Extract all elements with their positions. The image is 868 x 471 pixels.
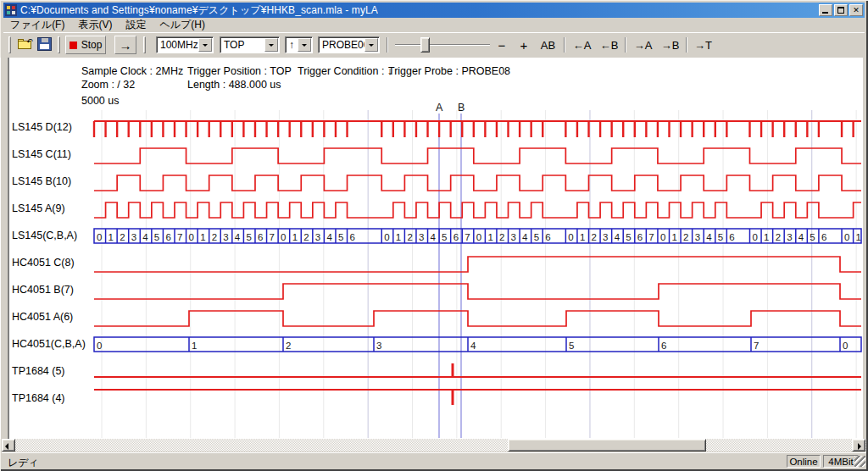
- bus-value: 0: [568, 232, 573, 242]
- bus-value: 3: [376, 341, 381, 351]
- bus-value: 1: [292, 232, 298, 242]
- bus-value: 0: [660, 232, 665, 242]
- digital-wave: [94, 311, 861, 326]
- menu-view[interactable]: 表示(V): [71, 17, 119, 33]
- bus-value: 1: [580, 232, 585, 242]
- zoom-slider[interactable]: [395, 36, 490, 54]
- bus-value: 6: [661, 341, 666, 351]
- digital-wave: [94, 284, 861, 299]
- scrollbar-thumb[interactable]: [508, 439, 706, 452]
- channel-label: LS145 D(12): [12, 121, 72, 133]
- bus-value: 4: [522, 232, 528, 242]
- status-online-panel: Online: [787, 455, 821, 468]
- horizontal-scrollbar[interactable]: [2, 439, 866, 452]
- trigger-position-combo[interactable]: TOP: [220, 36, 280, 53]
- menu-settings[interactable]: 設定: [119, 17, 153, 33]
- bus-value: 4: [470, 341, 476, 351]
- bus-value: 5: [442, 232, 447, 242]
- bus-value: 1: [672, 232, 677, 242]
- chevron-down-icon[interactable]: [264, 38, 278, 52]
- channel-label: LS145 A(9): [12, 202, 65, 214]
- zoom-ab-button[interactable]: AB: [537, 36, 559, 54]
- bus-value: 4: [431, 232, 437, 242]
- bus-value: 7: [270, 232, 275, 242]
- toolbar-separator: [387, 37, 388, 53]
- app-icon[interactable]: [5, 4, 17, 16]
- run-button[interactable]: →: [114, 36, 136, 54]
- open-file-icon[interactable]: ↶: [16, 37, 35, 53]
- channel-label: HC4051 A(6): [12, 311, 73, 323]
- window-title: C:¥Documents and Settings¥noname¥デスクトップ¥…: [20, 3, 378, 18]
- digital-wave: [94, 257, 861, 272]
- menu-file[interactable]: ファイル(F): [3, 17, 71, 33]
- digital-wave: [94, 148, 861, 163]
- zoom-out-button[interactable]: −: [493, 36, 510, 54]
- goto-trigger-button[interactable]: →T: [692, 36, 715, 54]
- trigger-probe-combo[interactable]: PROBE00: [318, 36, 380, 53]
- bus-value: 3: [223, 232, 228, 242]
- bus-value: 6: [350, 232, 355, 242]
- chevron-down-icon[interactable]: [298, 38, 311, 52]
- menu-help[interactable]: ヘルプ(H): [153, 17, 212, 33]
- bus-value: 6: [453, 232, 459, 242]
- slider-handle[interactable]: [420, 37, 430, 53]
- bus-value: 7: [177, 232, 182, 242]
- info-zoom: Zoom : / 32: [81, 79, 135, 91]
- bus-value: 3: [787, 232, 792, 242]
- channel-label: HC4051 C(8): [12, 257, 75, 269]
- timeline-scale-label: 5000 us: [81, 95, 119, 107]
- bus-value: 5: [246, 232, 251, 242]
- minimize-button[interactable]: [819, 4, 832, 16]
- goto-marker-a-right-button[interactable]: →A: [631, 36, 655, 54]
- status-bar: レディ Online 4MBit: [2, 452, 866, 468]
- bus-value: 3: [511, 232, 516, 242]
- bus-value: 7: [754, 341, 759, 351]
- status-ready-text: レディ: [8, 456, 39, 470]
- bus-value: 2: [407, 232, 412, 242]
- chevron-down-icon[interactable]: [198, 38, 212, 52]
- toolbar-grip[interactable]: [58, 36, 60, 53]
- chevron-down-icon[interactable]: [364, 38, 378, 52]
- zoom-in-button[interactable]: +: [515, 36, 532, 54]
- bus-value: 5: [718, 232, 723, 242]
- goto-marker-a-left-button[interactable]: ←A: [570, 36, 594, 54]
- bus-value: 0: [97, 341, 102, 351]
- bus-value: 1: [192, 341, 197, 351]
- bus-value: 0: [384, 232, 389, 242]
- trigger-edge-combo[interactable]: ↑: [285, 36, 313, 53]
- bus-value: 2: [776, 232, 781, 242]
- bus-value: 1: [200, 232, 205, 242]
- bus-value: 2: [303, 232, 309, 242]
- toolbar-grip[interactable]: [8, 36, 11, 53]
- bus-value: 5: [626, 232, 631, 242]
- goto-marker-b-left-button[interactable]: ←B: [597, 36, 621, 54]
- scroll-right-arrow[interactable]: [852, 439, 865, 452]
- bus-value: 6: [821, 232, 826, 242]
- save-file-icon[interactable]: [37, 37, 52, 51]
- channel-label: LS145 B(10): [12, 175, 71, 187]
- bus-value: 4: [326, 232, 332, 242]
- digital-wave: [94, 202, 861, 218]
- sample-rate-combo[interactable]: 100MHz: [156, 36, 214, 53]
- toolbar-grip[interactable]: [143, 36, 146, 53]
- bus-value: 6: [729, 232, 734, 242]
- maximize-button[interactable]: [834, 4, 848, 16]
- info-trigger-condition: Trigger Condition : ↓: [298, 65, 392, 77]
- bus-value: 2: [592, 232, 597, 242]
- bus-value: 2: [286, 341, 291, 351]
- info-trigger-probe: Trigger Probe : PROBE08: [388, 65, 510, 77]
- toolbar-separator: [625, 37, 626, 53]
- info-sample-clock: Sample Clock : 2MHz: [81, 65, 183, 77]
- waveform-pane: AB01234567012345670123456012345670123456…: [8, 58, 863, 439]
- stop-button[interactable]: Stop: [65, 36, 106, 54]
- waveform-svg: AB01234567012345670123456012345670123456…: [9, 58, 864, 439]
- resize-grip-icon[interactable]: [854, 456, 865, 467]
- left-frame-strip: [0, 58, 8, 439]
- bus-value: 2: [683, 232, 688, 242]
- close-button[interactable]: ✕: [849, 4, 863, 16]
- bus-value: 5: [569, 341, 574, 351]
- menu-bar: ファイル(F) 表示(V) 設定 ヘルプ(H): [3, 18, 865, 32]
- bus-value: 0: [281, 232, 286, 242]
- goto-marker-b-right-button[interactable]: →B: [658, 36, 682, 54]
- scroll-left-arrow[interactable]: [2, 439, 15, 452]
